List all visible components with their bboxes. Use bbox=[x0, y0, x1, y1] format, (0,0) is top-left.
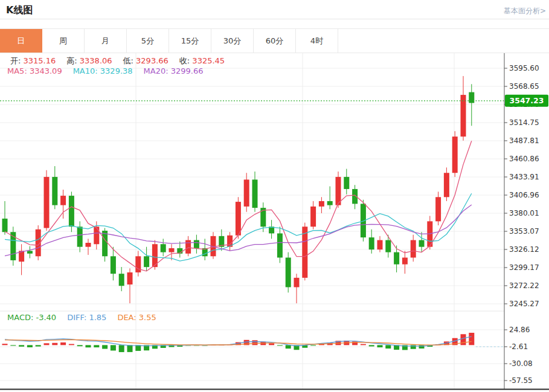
ohlc-row-open: 开: 3315.16 bbox=[10, 56, 56, 65]
fundamental-analysis-link[interactable]: 基本面分析> bbox=[504, 6, 546, 16]
interval-tab-15分[interactable]: 15分 bbox=[169, 29, 211, 53]
interval-tab-月[interactable]: 月 bbox=[85, 29, 127, 53]
svg-text:3460.86: 3460.86 bbox=[509, 155, 539, 163]
svg-text:3406.96: 3406.96 bbox=[509, 191, 539, 199]
ma-info-row: MA5: 3343.09MA10: 3329.38MA20: 3299.66 bbox=[7, 66, 214, 76]
svg-text:3487.81: 3487.81 bbox=[509, 137, 539, 145]
svg-text:3380.01: 3380.01 bbox=[509, 209, 539, 217]
svg-text:3299.17: 3299.17 bbox=[509, 263, 539, 272]
macd-histogram bbox=[2, 333, 475, 352]
svg-text:-57.55: -57.55 bbox=[509, 376, 533, 385]
ma-row-ma10: MA10: 3329.38 bbox=[73, 66, 133, 76]
svg-text:3514.75: 3514.75 bbox=[509, 118, 539, 127]
svg-text:3272.22: 3272.22 bbox=[509, 281, 539, 290]
macd-row-macd: MACD: -3.40 bbox=[7, 313, 56, 322]
macd-row-diff: DIFF: 1.85 bbox=[67, 313, 106, 322]
candlesticks bbox=[2, 76, 475, 303]
svg-text:3547.23: 3547.23 bbox=[510, 96, 544, 105]
interval-tabs: 日周月5分15分30分60分4时 bbox=[0, 28, 549, 53]
svg-text:-30.08: -30.08 bbox=[509, 359, 533, 368]
interval-tab-4时[interactable]: 4时 bbox=[296, 29, 338, 53]
svg-text:3568.65: 3568.65 bbox=[509, 82, 539, 91]
kline-chart[interactable]: 3595.603568.653541.703514.753487.813460.… bbox=[0, 53, 549, 392]
ohlc-row-high: 高: 3338.06 bbox=[66, 56, 112, 65]
svg-text:3353.07: 3353.07 bbox=[509, 227, 539, 236]
ohlc-row-close: 收: 3325.45 bbox=[179, 56, 225, 65]
svg-text:3433.91: 3433.91 bbox=[509, 173, 539, 181]
ohlc-row-low: 低: 3293.66 bbox=[123, 56, 169, 65]
interval-tab-周[interactable]: 周 bbox=[42, 29, 85, 53]
svg-text:-2.61: -2.61 bbox=[509, 342, 528, 351]
interval-tab-5分[interactable]: 5分 bbox=[127, 29, 169, 53]
svg-text:3245.27: 3245.27 bbox=[509, 300, 539, 308]
ohlc-info-row: 开: 3315.16高: 3338.06低: 3293.66收: 3325.45 bbox=[10, 56, 236, 66]
macd-row-dea: DEA: 3.55 bbox=[117, 313, 156, 322]
svg-text:24.86: 24.86 bbox=[509, 326, 530, 334]
ma-row-ma20: MA20: 3299.66 bbox=[144, 66, 204, 76]
page-title: K线图 bbox=[6, 4, 33, 17]
interval-tab-60分[interactable]: 60分 bbox=[254, 29, 296, 53]
macd-info-row: MACD: -3.40DIFF: 1.85DEA: 3.55 bbox=[7, 313, 167, 322]
svg-text:3326.12: 3326.12 bbox=[509, 245, 539, 254]
header-divider bbox=[0, 19, 549, 19]
interval-tab-日[interactable]: 日 bbox=[0, 29, 42, 53]
current-price-badge: 3547.23 bbox=[505, 95, 548, 107]
interval-tab-30分[interactable]: 30分 bbox=[211, 29, 254, 53]
price-axis: 3595.603568.653541.703514.753487.813460.… bbox=[0, 53, 549, 390]
svg-text:3595.60: 3595.60 bbox=[509, 64, 539, 72]
kline-module: K线图 基本面分析> 日周月5分15分30分60分4时 3595.603568.… bbox=[0, 0, 549, 392]
ma-row-ma5: MA5: 3343.09 bbox=[7, 66, 62, 76]
